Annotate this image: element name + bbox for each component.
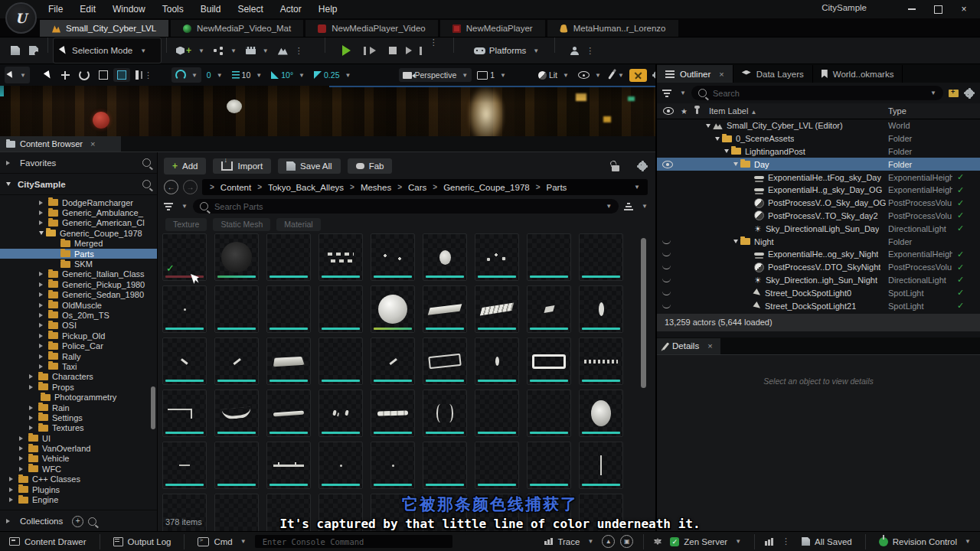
asset-tile[interactable] <box>318 390 363 437</box>
tree-item-parts[interactable]: Parts <box>0 249 157 259</box>
eye-closed-icon[interactable] <box>662 265 671 269</box>
rotation-snap-button[interactable]: 10°▼ <box>267 68 309 82</box>
asset-tile[interactable] <box>527 337 571 385</box>
expand-arrow-icon[interactable] <box>29 425 35 430</box>
asset-tile[interactable] <box>162 285 207 333</box>
asset-tile[interactable] <box>266 285 311 333</box>
content-drawer-button[interactable]: Content Drawer <box>6 537 90 546</box>
launch-trace-icon[interactable]: ▲ <box>602 535 615 548</box>
asset-tile[interactable] <box>579 285 623 333</box>
snap-rotator-button[interactable]: ▼ <box>172 67 201 83</box>
asset-tile[interactable] <box>371 285 415 333</box>
breadcrumb-item-tokyo-back-alleys[interactable]: Tokyo_Back_Alleys <box>268 183 344 192</box>
outliner-row-lightingandpost[interactable]: LightingandPostFolder <box>657 145 980 158</box>
tree-item-oldmuscle[interactable]: OldMuscle <box>0 300 157 310</box>
citysample-section[interactable]: CitySample <box>0 174 157 195</box>
asset-tile[interactable] <box>162 337 207 385</box>
tree-item-rain[interactable]: Rain <box>0 403 157 412</box>
asset-tile[interactable] <box>371 390 415 437</box>
tab-world-okmarks[interactable]: World..okmarks <box>813 65 903 83</box>
asset-tile[interactable] <box>423 337 467 385</box>
menu-item-edit[interactable]: Edit <box>71 0 104 18</box>
asset-tile[interactable] <box>318 442 363 489</box>
forward-button[interactable]: → <box>183 180 198 194</box>
menu-item-window[interactable]: Window <box>104 0 154 18</box>
tree-item-generic-american-cl[interactable]: Generic_American_Cl <box>0 218 157 228</box>
expand-arrow-icon[interactable] <box>39 282 45 287</box>
environment-button[interactable]: ⋮ <box>273 37 311 64</box>
tree-item-skm[interactable]: SKM <box>0 259 157 269</box>
asset-tile[interactable] <box>371 233 415 281</box>
expand-arrow-icon[interactable] <box>39 201 45 205</box>
chevron-down-icon[interactable]: ▼ <box>606 203 612 210</box>
asset-tab-small-city-cyber-lvl[interactable]: Small_City_Cyber_LVL <box>40 20 168 37</box>
asset-tile[interactable] <box>579 233 623 281</box>
editor-mode-select[interactable]: Selection Mode ▼ <box>53 37 162 64</box>
filter-chip-texture[interactable]: Texture <box>165 218 207 231</box>
asset-tile[interactable] <box>475 285 519 333</box>
asset-tile[interactable] <box>423 442 467 489</box>
tree-item-taxi[interactable]: Taxi <box>0 361 157 371</box>
gear-icon[interactable] <box>964 88 975 99</box>
breadcrumb-item-content[interactable]: Content <box>220 183 251 192</box>
save-all-button[interactable]: Save All <box>278 158 341 174</box>
asset-tile[interactable] <box>214 285 259 333</box>
outliner-row-sky-directionalligh-sun-day[interactable]: ☀Sky_DirectionalLigh_Sun_DayDirectionalL… <box>657 222 980 235</box>
play-button[interactable] <box>338 37 359 64</box>
minimize-button[interactable] <box>899 0 925 18</box>
asset-tile[interactable] <box>266 337 311 385</box>
show-flags-button[interactable]: ▼ <box>574 69 605 81</box>
collapse-arrow-icon[interactable] <box>733 162 738 168</box>
sort-icon[interactable] <box>624 203 633 210</box>
optimization-button[interactable]: ▼ <box>606 69 628 82</box>
trace-button[interactable]: Trace▼ <box>541 537 596 546</box>
expand-arrow-icon[interactable] <box>19 446 25 451</box>
asset-tile[interactable] <box>266 390 311 437</box>
tree-item-dodgeramcharger[interactable]: DodgeRamcharger <box>0 197 157 207</box>
expand-arrow-icon[interactable] <box>19 436 25 441</box>
outliner-row-exponentialhe-og-sky-night[interactable]: ExponentialHe..og_sky_NightExponentialHe… <box>657 248 980 261</box>
expand-arrow-icon[interactable] <box>39 364 45 369</box>
output-log-button[interactable]: Output Log <box>110 537 175 546</box>
expand-arrow-icon[interactable] <box>39 323 45 328</box>
asset-tile[interactable] <box>266 233 311 281</box>
gear-icon[interactable] <box>637 161 648 171</box>
asset-tile[interactable] <box>162 390 207 437</box>
scale-tool-button[interactable] <box>95 68 112 82</box>
filter-icon[interactable] <box>662 90 671 97</box>
asset-tile[interactable] <box>318 337 363 385</box>
asset-tile[interactable] <box>266 442 311 489</box>
tree-item-generic-sedan-1980[interactable]: Generic_Sedan_1980 <box>0 290 157 300</box>
asset-tile[interactable] <box>423 390 467 437</box>
save-level-button[interactable] <box>6 37 24 64</box>
tree-item-props[interactable]: Props <box>0 382 157 392</box>
chevron-down-icon[interactable]: ▼ <box>181 203 188 210</box>
asset-tile[interactable] <box>423 285 467 333</box>
expand-arrow-icon[interactable] <box>39 334 45 338</box>
asset-tile[interactable] <box>214 233 259 281</box>
camera-speed-button[interactable] <box>629 69 647 82</box>
stop-button[interactable] <box>384 37 401 64</box>
search-input[interactable] <box>213 201 598 212</box>
expand-arrow-icon[interactable] <box>29 374 35 379</box>
camera-count-button[interactable]: 1▼ <box>473 68 510 82</box>
menu-item-help[interactable]: Help <box>310 0 346 18</box>
add-actor-button[interactable]: +▼ <box>172 37 209 64</box>
asset-tile[interactable] <box>318 233 363 281</box>
expand-arrow-icon[interactable] <box>29 385 35 390</box>
cinematics-button[interactable]: ▼ <box>241 37 273 64</box>
asset-tile[interactable]: ✓ <box>162 233 207 281</box>
asset-search-field[interactable]: ▼ <box>193 199 619 214</box>
chevron-down-icon[interactable]: ▼ <box>634 184 640 191</box>
chevron-down-icon[interactable]: ▼ <box>642 203 648 210</box>
collapse-arrow-icon[interactable] <box>706 124 710 130</box>
asset-tile[interactable] <box>423 233 467 281</box>
fab-button[interactable]: Fab <box>348 158 393 174</box>
menu-item-build[interactable]: Build <box>192 0 230 18</box>
breadcrumb-item-parts[interactable]: Parts <box>547 183 567 192</box>
collapse-arrow-icon[interactable] <box>724 149 729 155</box>
tree-item-characters[interactable]: Characters <box>0 372 157 382</box>
asset-tile[interactable] <box>162 442 207 489</box>
tree-item-photogrammetry[interactable]: Photogrammetry <box>0 392 157 402</box>
asset-tile[interactable] <box>475 233 519 281</box>
